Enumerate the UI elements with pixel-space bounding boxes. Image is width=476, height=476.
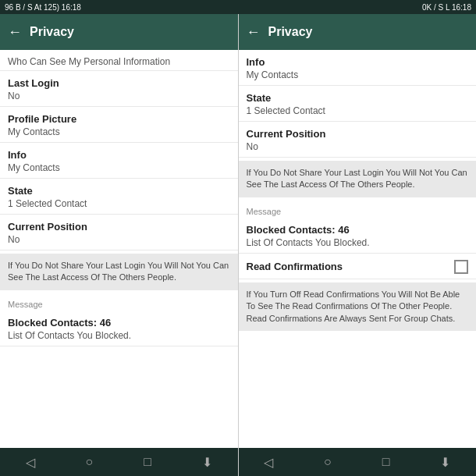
info-title-right: Info xyxy=(247,56,469,68)
setting-profile-picture[interactable]: Profile Picture My Contacts xyxy=(0,107,238,143)
right-panel-title: Privacy xyxy=(268,25,313,39)
left-back-button[interactable]: ← xyxy=(8,24,22,41)
left-panel: ← Privacy Who Can See My Personal Inform… xyxy=(0,14,238,476)
nav-download-left[interactable]: ⬇ xyxy=(202,455,212,470)
setting-read-confirmations[interactable]: Read Confirmations xyxy=(239,254,477,279)
blocked-value-left: List Of Contacts You Blocked. xyxy=(8,330,230,341)
state-value-right: 1 Selected Contact xyxy=(247,105,469,116)
last-login-title: Last Login xyxy=(8,77,230,89)
setting-current-position-left[interactable]: Current Position No xyxy=(0,215,238,250)
nav-recent-left[interactable]: □ xyxy=(144,455,151,469)
status-right: 0K / S L 16:18 xyxy=(422,3,471,12)
left-panel-title: Privacy xyxy=(30,25,74,39)
nav-back-right[interactable]: ◁ xyxy=(264,455,273,470)
current-position-title-right: Current Position xyxy=(247,128,469,140)
blocked-title-right: Blocked Contacts: 46 xyxy=(247,224,469,236)
status-bar: 96 B / S At 125) 16:18 0K / S L 16:18 xyxy=(0,0,476,14)
info-title-left: Info xyxy=(8,149,230,161)
last-login-info-box-right: If You Do Not Share Your Last Login You … xyxy=(239,161,477,197)
left-panel-header: ← Privacy xyxy=(0,14,238,50)
setting-blocked-left[interactable]: Blocked Contacts: 46 List Of Contacts Yo… xyxy=(0,311,238,346)
nav-download-right[interactable]: ⬇ xyxy=(440,455,450,470)
setting-state-right[interactable]: State 1 Selected Contact xyxy=(239,86,477,122)
setting-blocked-right[interactable]: Blocked Contacts: 46 List Of Contacts Yo… xyxy=(239,218,477,254)
setting-info-left[interactable]: Info My Contacts xyxy=(0,143,238,179)
current-position-value-left: No xyxy=(8,234,230,245)
profile-picture-value: My Contacts xyxy=(8,126,230,137)
setting-last-login[interactable]: Last Login No xyxy=(0,71,238,107)
profile-picture-title: Profile Picture xyxy=(8,113,230,125)
right-back-button[interactable]: ← xyxy=(247,24,261,41)
nav-recent-right[interactable]: □ xyxy=(382,455,390,469)
left-panel-content: Who Can See My Personal Information Last… xyxy=(0,50,238,448)
blocked-title-left: Blocked Contacts: 46 xyxy=(8,317,230,329)
setting-state-left[interactable]: State 1 Selected Contact xyxy=(0,179,238,215)
right-panel-content: Info My Contacts State 1 Selected Contac… xyxy=(239,50,477,448)
info-value-right: My Contacts xyxy=(247,69,469,80)
current-position-value-right: No xyxy=(247,141,469,152)
bottom-nav-right: ◁ ○ □ ⬇ xyxy=(239,448,477,476)
setting-current-position-right[interactable]: Current Position No xyxy=(239,122,477,158)
read-confirmations-title: Read Confirmations xyxy=(247,261,343,272)
message-section-right: Message xyxy=(239,201,477,218)
right-panel: ← Privacy Info My Contacts State 1 Selec… xyxy=(239,14,477,476)
blocked-value-right: List Of Contacts You Blocked. xyxy=(247,237,469,248)
right-panel-header: ← Privacy xyxy=(239,14,477,50)
read-confirmations-info-box: If You Turn Off Read Confirmations You W… xyxy=(239,282,477,331)
info-value-left: My Contacts xyxy=(8,162,230,173)
last-login-value: No xyxy=(8,91,230,101)
nav-home-right[interactable]: ○ xyxy=(324,455,332,469)
nav-back-left[interactable]: ◁ xyxy=(26,455,35,470)
nav-home-left[interactable]: ○ xyxy=(86,455,94,469)
read-confirmations-checkbox[interactable] xyxy=(454,260,468,274)
state-value-left: 1 Selected Contact xyxy=(8,198,230,209)
message-section-left: Message xyxy=(0,293,238,311)
state-title-left: State xyxy=(8,185,230,197)
who-can-see-label: Who Can See My Personal Information xyxy=(0,50,238,71)
last-login-info-box-left: If You Do Not Share Your Last Login You … xyxy=(0,254,238,290)
bottom-nav-left: ◁ ○ □ ⬇ xyxy=(0,448,238,476)
setting-info-right[interactable]: Info My Contacts xyxy=(239,50,477,86)
current-position-title-left: Current Position xyxy=(8,221,230,233)
status-left: 96 B / S At 125) 16:18 xyxy=(5,3,81,12)
state-title-right: State xyxy=(247,92,469,104)
